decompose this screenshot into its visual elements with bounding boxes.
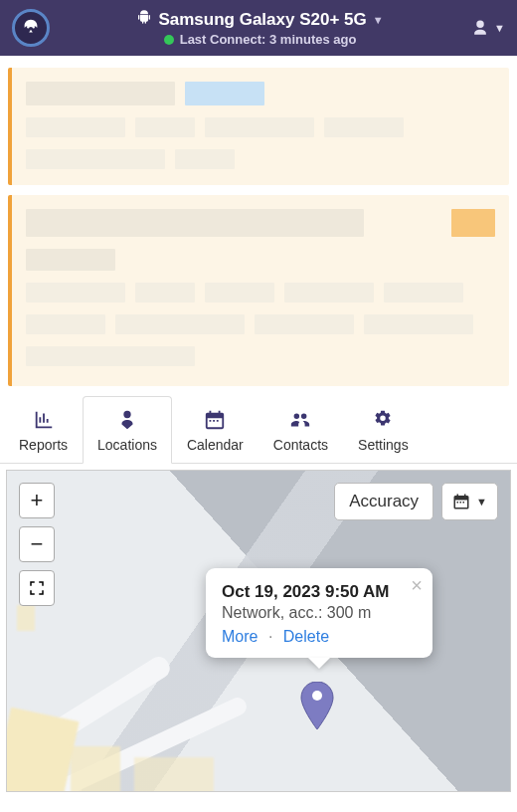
- tab-contacts[interactable]: Contacts: [258, 396, 343, 463]
- users-icon: [289, 409, 311, 431]
- close-icon[interactable]: ×: [411, 574, 423, 597]
- android-icon: [136, 9, 152, 30]
- tab-label: Contacts: [273, 437, 328, 453]
- popup-more-link[interactable]: More: [222, 628, 258, 645]
- fullscreen-icon: [28, 579, 46, 597]
- map-container[interactable]: + − Accuracy ▼ × Oct 19, 2023 9:50 AM Ne…: [6, 470, 511, 792]
- tab-reports[interactable]: Reports: [4, 396, 83, 463]
- zoom-in-button[interactable]: +: [19, 483, 55, 518]
- gears-icon: [372, 409, 394, 431]
- user-icon: [470, 18, 490, 38]
- accuracy-button[interactable]: Accuracy: [334, 483, 433, 520]
- tab-calendar[interactable]: Calendar: [172, 396, 258, 463]
- tab-locations[interactable]: Locations: [83, 396, 172, 464]
- svg-point-0: [312, 691, 322, 701]
- chevron-down-icon: ▼: [476, 496, 487, 508]
- chevron-down-icon: ▼: [373, 14, 384, 26]
- status-dot-icon: [164, 35, 174, 45]
- tab-settings[interactable]: Settings: [343, 396, 424, 463]
- chevron-down-icon: ▼: [494, 22, 505, 34]
- location-pin-icon[interactable]: [299, 682, 335, 729]
- user-menu[interactable]: ▼: [470, 18, 505, 38]
- device-name: Samsung Galaxy S20+ 5G: [158, 10, 366, 30]
- main-tabs: Reports Locations Calendar Contacts Sett…: [0, 396, 517, 464]
- tab-label: Calendar: [187, 437, 244, 453]
- person-pin-icon: [116, 409, 138, 431]
- location-popup: × Oct 19, 2023 9:50 AM Network, acc.: 30…: [206, 568, 432, 658]
- zoom-controls: + −: [19, 483, 55, 606]
- calendar-icon: [452, 493, 470, 510]
- connection-status: Last Connect: 3 minutes ago: [164, 32, 357, 47]
- tab-label: Reports: [19, 437, 68, 453]
- popup-delete-link[interactable]: Delete: [283, 628, 329, 645]
- popup-actions: More · Delete: [222, 628, 417, 646]
- status-text: Last Connect: 3 minutes ago: [180, 32, 357, 47]
- map-top-controls: Accuracy ▼: [334, 483, 498, 520]
- notice-card: [8, 195, 509, 386]
- calendar-icon: [204, 409, 226, 431]
- popup-title: Oct 19, 2023 9:50 AM: [222, 582, 417, 602]
- tab-label: Locations: [97, 437, 157, 453]
- bar-chart-icon: [33, 409, 55, 431]
- notice-cards: [0, 56, 517, 386]
- zoom-out-button[interactable]: −: [19, 526, 55, 562]
- accuracy-label: Accuracy: [349, 492, 419, 511]
- tab-label: Settings: [358, 437, 409, 453]
- popup-subtitle: Network, acc.: 300 m: [222, 604, 417, 622]
- date-picker-button[interactable]: ▼: [441, 483, 498, 520]
- app-header: Samsung Galaxy S20+ 5G ▼ Last Connect: 3…: [0, 0, 517, 56]
- notice-card: [8, 68, 509, 185]
- app-logo-icon: [12, 9, 50, 47]
- device-selector[interactable]: Samsung Galaxy S20+ 5G ▼: [136, 9, 383, 30]
- separator: ·: [268, 628, 272, 645]
- fullscreen-button[interactable]: [19, 570, 55, 606]
